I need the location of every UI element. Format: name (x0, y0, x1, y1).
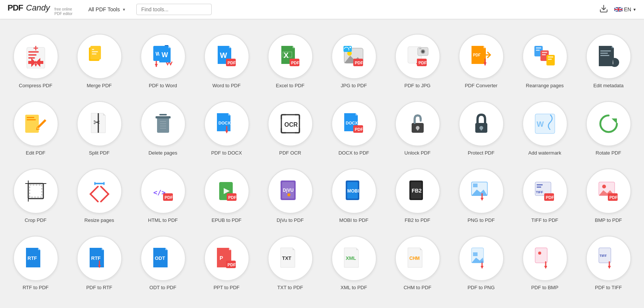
tool-item-tiff-to-pdf[interactable]: TIFF PDF TIFF to PDF (513, 161, 577, 228)
svg-text:OCR: OCR (284, 121, 298, 128)
svg-marker-24 (229, 46, 231, 48)
tool-item-word-to-pdf[interactable]: W PDF Word to PDF (195, 26, 258, 94)
svg-rect-66 (600, 53, 608, 54)
flag-icon (614, 7, 623, 12)
tool-item-edit-metadata[interactable]: i Edit metadata (577, 26, 640, 94)
tool-item-epub-to-pdf[interactable]: PDF EPUB to PDF (195, 161, 258, 228)
tool-item-merge-pdf[interactable]: Merge PDF (67, 26, 131, 94)
tool-item-djvu-to-pdf[interactable]: DjVU DjVu to PDF (258, 161, 322, 228)
tool-item-pdf-ocr[interactable]: OCR PDF OCR (258, 94, 322, 161)
tool-item-txt-to-pdf[interactable]: TXT TXT to PDF (258, 228, 322, 296)
tool-item-compress-pdf[interactable]: Compress PDF (4, 26, 67, 94)
svg-marker-77 (103, 113, 105, 115)
svg-marker-168 (293, 248, 295, 250)
tool-circle-pdf-to-jpg: PDF (395, 34, 440, 79)
tool-circle-compress-pdf (13, 34, 58, 79)
tool-label-pdf-to-word: PDF to Word (149, 83, 177, 88)
tool-item-docx-to-pdf[interactable]: DOCX PDF DOCX to PDF (322, 94, 386, 161)
svg-point-38 (349, 47, 351, 48)
svg-text:PDF: PDF (609, 195, 618, 200)
tool-label-pdf-converter: PDF Converter (465, 83, 497, 88)
svg-text:PDF: PDF (546, 195, 554, 200)
tool-circle-protect-pdf (459, 101, 504, 146)
tool-label-chm-to-pdf: CHM to PDF (404, 285, 432, 290)
tool-circle-edit-metadata: i (586, 34, 631, 79)
logo-pdf: PDF (8, 3, 23, 13)
svg-text:RTF: RTF (27, 255, 37, 261)
svg-text:PDF: PDF (165, 195, 173, 200)
tool-circle-edit-pdf (13, 101, 58, 146)
tool-label-epub-to-pdf: EPUB to PDF (212, 217, 241, 223)
tool-item-rearrange-pages[interactable]: Rearrange pages (513, 26, 577, 94)
tool-item-mobi-to-pdf[interactable]: MOBI MOBI to PDF (322, 161, 386, 228)
tool-item-pdf-to-word[interactable]: W W PDF to Word (131, 26, 195, 94)
tool-item-html-to-pdf[interactable]: </> PDF HTML to PDF (131, 161, 195, 228)
tool-circle-merge-pdf (77, 34, 122, 79)
svg-rect-67 (600, 55, 609, 56)
tool-item-xml-to-pdf[interactable]: XML XML to PDF (322, 228, 386, 296)
svg-rect-13 (92, 53, 96, 55)
svg-text:XML: XML (346, 255, 356, 261)
tool-label-docx-to-pdf: DOCX to PDF (339, 150, 369, 156)
tool-label-djvu-to-pdf: DjVu to PDF (277, 217, 304, 223)
tool-item-pdf-to-jpg[interactable]: PDF PDF to JPG (386, 26, 449, 94)
tool-circle-jpg-to-pdf: PDF (331, 34, 377, 79)
tool-item-excel-to-pdf[interactable]: X PDF Excel to PDF (258, 26, 322, 94)
tool-label-fb2-to-pdf: FB2 to PDF (405, 217, 430, 223)
tool-item-chm-to-pdf[interactable]: CHM CHM to PDF (386, 228, 449, 296)
tool-item-add-watermark[interactable]: W Add watermark (513, 94, 577, 161)
svg-text:CHM: CHM (409, 256, 420, 261)
svg-text:PDF: PDF (473, 53, 481, 57)
tool-circle-excel-to-pdf: X PDF (268, 34, 313, 79)
tool-item-pdf-to-tiff[interactable]: TIFF PDF to TIFF (577, 228, 640, 296)
logo-candy: Candy (26, 3, 50, 13)
tool-item-pdf-to-png[interactable]: PDF to PNG (449, 228, 513, 296)
svg-rect-47 (419, 48, 421, 49)
tool-item-crop-pdf[interactable]: Crop PDF (4, 161, 67, 228)
tool-circle-resize-pages (77, 168, 122, 214)
tool-item-jpg-to-pdf[interactable]: PDF JPG to PDF (322, 26, 386, 94)
tool-item-fb2-to-pdf[interactable]: FB2 FB2 to PDF (386, 161, 449, 228)
tool-circle-unlock-pdf (395, 101, 440, 146)
tool-item-split-pdf[interactable]: ✂ Split PDF (67, 94, 131, 161)
tool-circle-rearrange-pages (522, 34, 568, 79)
tool-item-png-to-pdf[interactable]: PNG to PDF (449, 161, 513, 228)
tool-item-delete-pages[interactable]: Delete pages (131, 94, 195, 161)
tool-item-protect-pdf[interactable]: Protect PDF (449, 94, 513, 161)
all-pdf-tools-button[interactable]: All PDF Tools ▼ (84, 4, 130, 15)
svg-text:RTF: RTF (91, 255, 101, 261)
tool-circle-pdf-to-tiff: TIFF (586, 236, 631, 281)
tool-circle-fb2-to-pdf: FB2 (395, 168, 440, 214)
svg-text:MOBI: MOBI (347, 188, 359, 194)
tool-item-pdf-to-docx[interactable]: DOCX PDF to DOCX (195, 94, 258, 161)
tool-label-pdf-to-rtf: PDF to RTF (86, 285, 112, 290)
tool-label-tiff-to-pdf: TIFF to PDF (531, 217, 559, 223)
tool-item-pdf-converter[interactable]: PDF PDF Converter (449, 26, 513, 94)
svg-text:W: W (220, 51, 227, 59)
lang-chevron-icon: ▼ (633, 8, 636, 12)
tool-label-rtf-to-pdf: RTF to PDF (23, 285, 49, 290)
tool-item-rotate-pdf[interactable]: Rotate PDF (577, 94, 640, 161)
tool-item-bmp-to-pdf[interactable]: PDF BMP to PDF (577, 161, 640, 228)
download-icon[interactable] (599, 4, 608, 15)
language-selector[interactable]: EN ▼ (614, 6, 636, 12)
search-input[interactable] (136, 4, 212, 15)
svg-point-46 (421, 50, 424, 53)
svg-text:PDF: PDF (291, 61, 299, 65)
svg-rect-2 (28, 51, 39, 53)
tool-item-pdf-to-rtf[interactable]: RTF PDF to RTF (67, 228, 131, 296)
tool-circle-pdf-to-word: W W (140, 34, 186, 79)
svg-text:PDF: PDF (355, 61, 363, 65)
tool-item-pdf-to-bmp[interactable]: PDF to BMP (513, 228, 577, 296)
svg-rect-81 (156, 116, 171, 118)
tool-label-protect-pdf: Protect PDF (468, 150, 494, 156)
svg-text:PDF: PDF (227, 61, 236, 65)
tool-item-unlock-pdf[interactable]: Unlock PDF (386, 94, 449, 161)
tool-item-ppt-to-pdf[interactable]: P PDF PPT to PDF (195, 228, 258, 296)
tool-item-odt-to-pdf[interactable]: ODT ODT to PDF (131, 228, 195, 296)
svg-text:PDF: PDF (227, 262, 236, 267)
tool-item-rtf-to-pdf[interactable]: RTF RTF to PDF (4, 228, 67, 296)
svg-text:X: X (284, 51, 289, 59)
tool-item-resize-pages[interactable]: Resize pages (67, 161, 131, 228)
tool-item-edit-pdf[interactable]: Edit PDF (4, 94, 67, 161)
